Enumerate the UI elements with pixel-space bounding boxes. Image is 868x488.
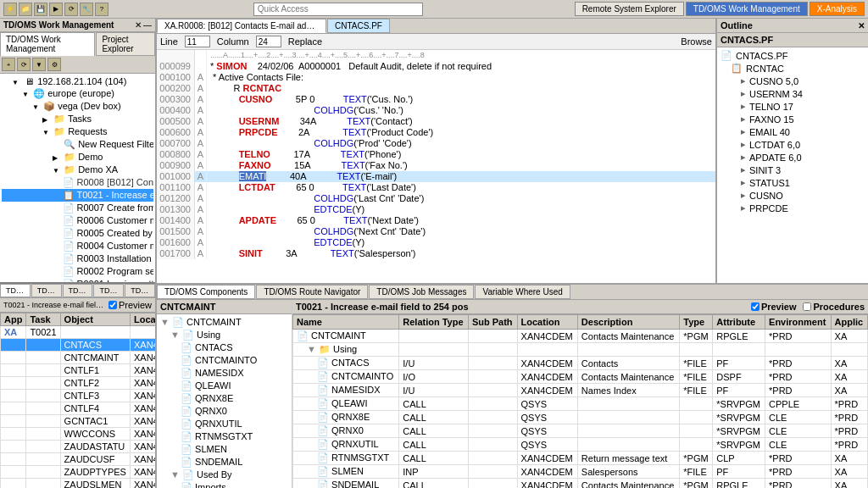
left-panel-minimize[interactable]: — — [143, 20, 152, 30]
comp-row-2[interactable]: 📄 CNTACSI/UXAN4CDEMContacts*FILEPF*PRDXA — [293, 357, 868, 370]
toolbar-icon-6[interactable]: 🔧 — [80, 3, 93, 16]
comp-row-6[interactable]: 📄 QRNX8ECALLQSYS*SRVPGMCLE*PRD — [293, 411, 868, 424]
objects-row-5[interactable]: CNTLF3XAN4CDEM*FILELF — [1, 389, 156, 402]
toolbar-icon-2[interactable]: 📁 — [19, 3, 32, 16]
tree-r0008[interactable]: 📄 R0008 [B012] Contacts E-mail address i… — [2, 176, 153, 189]
code-line-1[interactable]: 000100A * Active Contacts File: — [157, 72, 715, 83]
bottom-left-tab-2[interactable]: TD/O... — [31, 284, 62, 297]
tab-td-oms-work-management[interactable]: TD/OMS Work Management — [686, 2, 808, 16]
tree-r0006[interactable]: 📄 R0006 Customer maintenance rework [XA … — [2, 214, 153, 227]
comp-tree-item-11[interactable]: 📄 SNDEMAIL — [159, 456, 290, 469]
tree-r0003[interactable]: 📄 R0003 Installation issues [XA *CMP] — [2, 252, 153, 265]
toolbar-icon-7[interactable]: ? — [95, 3, 108, 16]
tree-requests[interactable]: ▼ 📁 Requests — [2, 125, 153, 138]
code-line-14[interactable]: 001400A APDATE 65 0 TEXT('Next Date') — [157, 215, 715, 226]
code-line-17[interactable]: 001700A SINIT 3A TEXT('Salesperson') — [157, 248, 715, 259]
outline-item-11[interactable]: ▸CUSNO — [719, 189, 866, 202]
tab-project-explorer[interactable]: Project Explorer — [96, 32, 155, 56]
outline-item-2[interactable]: ▸CUSNO 5,0 — [719, 75, 866, 87]
outline-item-8[interactable]: ▸APDATE 6,0 — [719, 151, 866, 164]
code-line-13[interactable]: 001300A EDTCDE(Y) — [157, 204, 715, 215]
comp-row-4[interactable]: 📄 NAMESIDXI/UXAN4CDEMNames Index*FILEPF*… — [293, 384, 868, 397]
outline-item-4[interactable]: ▸TELNO 17 — [719, 100, 866, 113]
outline-item-7[interactable]: ▸LCTDAT 6,0 — [719, 138, 866, 151]
tree-r0002[interactable]: 📄 R0002 Program settings [XA *PLND] — [2, 265, 153, 278]
preview-checkbox[interactable] — [108, 301, 117, 309]
comp-tree-item-12[interactable]: ▼ 📄 Used By — [159, 469, 290, 481]
components-table-container[interactable]: Name Relation Type Sub Path Location Des… — [292, 314, 868, 488]
objects-row-9[interactable]: ZAUDASTATUXAN4CDEM*PGMRPGLE — [1, 440, 156, 452]
tab-route-navigator[interactable]: TD/OMS Route Navigator — [256, 285, 368, 299]
comp-tree-item-2[interactable]: 📄 CNTACS — [159, 341, 290, 354]
code-line-12[interactable]: 001200A COLHDG('Last Cnt' 'Date') — [157, 193, 715, 204]
code-line-6[interactable]: 000600A PRPCDE 2A TEXT('Product Code') — [157, 127, 715, 138]
code-line-15[interactable]: 001500A COLHDG('Next Cnt' 'Date') — [157, 226, 715, 237]
code-line-7[interactable]: 000700A COLHDG('Prod' 'Code') — [157, 138, 715, 149]
bottom-left-tab-1[interactable]: TD/O... — [0, 284, 31, 297]
components-procedures-checkbox[interactable] — [803, 302, 811, 311]
code-area[interactable]: ......A......1....+....2....+....3....+.… — [157, 50, 715, 283]
tree-demo[interactable]: ▶ 📁 Demo — [2, 151, 153, 164]
comp-tree-item-4[interactable]: 📄 NAMESIDX — [159, 367, 290, 380]
code-line-10[interactable]: 001000A EMATI 40A TEXT('E-mail') — [157, 171, 715, 182]
comp-row-11[interactable]: 📄 SNDEMAILCALLXAN4CDEMContacts Maintenan… — [293, 479, 868, 489]
outline-item-0[interactable]: 📄CNTACS.PF — [719, 49, 866, 62]
code-line-4[interactable]: 000400A COLHDG('Cus.' 'No.') — [157, 105, 715, 116]
outline-item-1[interactable]: 📋RCNTAC — [719, 62, 866, 75]
tab-components[interactable]: TD/OMS Components — [157, 285, 255, 299]
tree-tasks[interactable]: ▶ 📁 Tasks — [2, 113, 153, 125]
col-input[interactable] — [256, 36, 281, 47]
toolbar-icon-5[interactable]: ⟳ — [64, 3, 78, 16]
bottom-left-tab-3[interactable]: TD/O... — [63, 284, 93, 297]
comp-tree-item-5[interactable]: 📄 QLEAWI — [159, 380, 290, 392]
components-preview-checkbox[interactable] — [751, 302, 760, 311]
code-line-0[interactable]: 000099 * SIMON 24/02/06 A0000001 Default… — [157, 61, 715, 72]
components-tree[interactable]: ▼ 📄 CNTCMAINT▼ 📄 Using 📄 CNTACS 📄 CNTCMA… — [157, 314, 292, 488]
comp-row-0[interactable]: 📄 CNTCMAINTXAN4CDEMContacts Maintenance*… — [293, 330, 868, 343]
bottom-left-tab-4[interactable]: TD/O... — [93, 284, 124, 297]
tree-view[interactable]: ▼ 🖥 192.168.21.104 (104) ▼ 🌐 europe (eur… — [0, 74, 155, 282]
objects-row-10[interactable]: ZAUDCUSFXAN4CDEM*PGMRPGLE — [1, 452, 156, 465]
tree-settings-icon[interactable]: ⚙ — [47, 58, 61, 71]
comp-tree-item-8[interactable]: 📄 QRNXUTIL — [159, 418, 290, 430]
comp-row-5[interactable]: 📄 QLEAWICALLQSYS*SRVPGMCPPLE*PRD — [293, 397, 868, 411]
comp-tree-item-13[interactable]: 📄 Imports — [159, 481, 290, 488]
comp-tree-item-7[interactable]: 📄 QRNX0 — [159, 405, 290, 418]
comp-tree-item-9[interactable]: 📄 RTNMSGTXT — [159, 430, 290, 443]
tree-r0004[interactable]: 📄 R0004 Customer maintenance is broken [… — [2, 240, 153, 252]
outline-item-5[interactable]: ▸FAXNO 15 — [719, 113, 866, 125]
comp-row-7[interactable]: 📄 QRNX0CALLQSYS*SRVPGMCLE*PRD — [293, 424, 868, 438]
code-line-2[interactable]: 000200A R RCNTAC — [157, 83, 715, 94]
comp-row-1[interactable]: ▼ 📁 Using — [293, 343, 868, 357]
left-panel-close[interactable]: ✕ — [135, 20, 142, 30]
tab-td-oms[interactable]: TD/OMS Work Management — [0, 32, 95, 56]
tab-variable-where-used[interactable]: Variable Where Used — [475, 285, 570, 299]
code-line-8[interactable]: 000800A TELNO 17A TEXT('Phone') — [157, 149, 715, 160]
bottom-left-tab-5[interactable]: TD/O... — [125, 284, 155, 297]
objects-row-4[interactable]: CNTLF2XAN4CDEM*FILELF — [1, 376, 156, 389]
outline-close[interactable]: ✕ — [858, 21, 865, 30]
tree-demo-xa[interactable]: ▼ 📁 Demo XA — [2, 164, 153, 176]
comp-tree-item-3[interactable]: 📄 CNTCMAINTO — [159, 354, 290, 367]
objects-row-0[interactable]: XAT0021 — [1, 325, 156, 338]
comp-row-8[interactable]: 📄 QRNXUTILCALLQSYS*SRVPGMCLE*PRD — [293, 438, 868, 452]
tree-europe[interactable]: ▼ 🌐 europe (europe) — [2, 87, 153, 100]
objects-row-8[interactable]: WWCCONSXAN4CDEM*PGMRPGLE — [1, 427, 156, 440]
outline-item-6[interactable]: ▸EMAIL 40 — [719, 125, 866, 138]
comp-row-3[interactable]: 📄 CNTCMAINTOI/OXAN4CDEMContacts Maintena… — [293, 370, 868, 384]
editor-tab-r0008[interactable]: XA.R0008: [B012] Contacts E-mail address… — [157, 19, 326, 33]
comp-tree-item-0[interactable]: ▼ 📄 CNTCMAINT — [159, 316, 290, 329]
objects-row-11[interactable]: ZAUDPTYPESXAN4CDEM*PGMRPGLE — [1, 465, 156, 478]
toolbar-icon-3[interactable]: 💾 — [34, 3, 47, 16]
tree-r0005[interactable]: 📄 R0005 Created by API [XA *NEW] — [2, 227, 153, 240]
tree-r0007[interactable]: 📄 R0007 Create from green screen (XA *PL… — [2, 202, 153, 214]
quick-access-input[interactable] — [253, 3, 423, 16]
comp-tree-item-10[interactable]: 📄 SLMEN — [159, 443, 290, 456]
line-input[interactable] — [185, 36, 210, 47]
code-line-16[interactable]: 001600A EDTCDE(Y) — [157, 237, 715, 248]
toolbar-icon-4[interactable]: ▶ — [49, 3, 63, 16]
code-line-3[interactable]: 000300A CUSNO 5P 0 TEXT('Cus. No.') — [157, 94, 715, 105]
code-line-9[interactable]: 000900A FAXNO 15A TEXT('Fax No.') — [157, 160, 715, 171]
tree-refresh-icon[interactable]: ⟳ — [17, 58, 31, 71]
tree-t0021[interactable]: 📋 T0021 - Increase e-mail field to 254 p… — [2, 189, 153, 202]
